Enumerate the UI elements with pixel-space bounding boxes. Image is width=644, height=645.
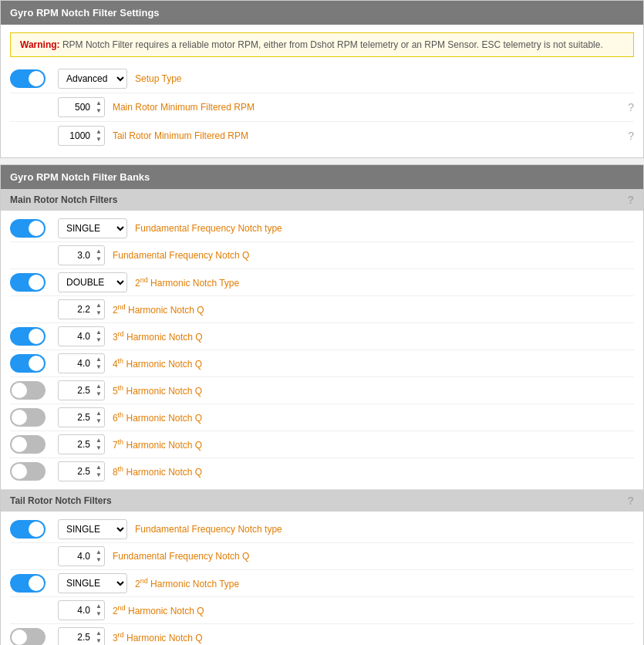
- tail-rotor-row5-up[interactable]: ▲: [93, 630, 104, 637]
- warning-text: RPM Notch Filter requires a reliable mot…: [62, 39, 603, 50]
- main-rotor-row9-input-wrap: ▲▼: [58, 434, 105, 454]
- tail-rotor-subheader: Tail Rotor Notch Filters ?: [1, 490, 643, 512]
- tail-rotor-row4-input-wrap: ▲▼: [58, 600, 105, 620]
- tail-rotor-row4-down[interactable]: ▼: [93, 610, 104, 618]
- tail-rotor-rpm-label: Tail Rotor Minimum Filtered RPM: [113, 130, 628, 141]
- tail-rotor-row3-select[interactable]: SINGLEDOUBLETRIPLE: [58, 573, 127, 593]
- tail-rotor-rpm-down[interactable]: ▼: [93, 136, 104, 144]
- main-rotor-row2-label: Fundamental Frequency Notch Q: [113, 250, 634, 261]
- main-rotor-row7-input[interactable]: [59, 383, 93, 397]
- filter-banks-panel: Gyro RPM Notch Filter Banks Main Rotor N…: [0, 164, 644, 645]
- main-rotor-row3-select[interactable]: SINGLEDOUBLETRIPLE: [58, 272, 127, 292]
- gyro-settings-body: Warning: RPM Notch Filter requires a rel…: [1, 25, 643, 157]
- gyro-settings-title: Gyro RPM Notch Filter Settings: [10, 7, 160, 19]
- setup-toggle[interactable]: [10, 69, 46, 88]
- tail-rotor-row5-label: 3rd Harmonic Notch Q: [113, 631, 634, 643]
- main-rotor-row7-toggle[interactable]: [10, 381, 46, 400]
- main-rotor-section-help-icon[interactable]: ?: [627, 194, 634, 206]
- tail-rotor-row5-toggle[interactable]: [10, 628, 46, 645]
- main-rotor-row4-down[interactable]: ▼: [93, 309, 104, 317]
- main-rotor-row8-toggle[interactable]: [10, 408, 46, 427]
- main-rotor-row8-up[interactable]: ▲: [93, 410, 104, 417]
- main-rotor-row7-down[interactable]: ▼: [93, 390, 104, 398]
- main-rotor-row1-label: Fundamental Frequency Notch type: [135, 223, 634, 234]
- main-rotor-row10-toggle[interactable]: [10, 462, 46, 481]
- tail-rotor-row5-down[interactable]: ▼: [93, 637, 104, 645]
- main-rotor-row3-toggle[interactable]: [10, 273, 46, 292]
- tail-rotor-rpm-input[interactable]: [59, 129, 93, 143]
- main-rotor-row4-label: 2nd Harmonic Notch Q: [113, 303, 634, 316]
- main-rotor-row5-down[interactable]: ▼: [93, 336, 104, 344]
- main-rotor-row10-input[interactable]: [59, 464, 93, 478]
- table-row: SINGLEDOUBLETRIPLE Fundamental Frequency…: [10, 516, 634, 543]
- table-row: SINGLEDOUBLETRIPLE 2nd Harmonic Notch Ty…: [10, 570, 634, 597]
- main-rotor-row10-down[interactable]: ▼: [93, 471, 104, 479]
- tail-rotor-row1-toggle[interactable]: [10, 520, 46, 539]
- main-rotor-row5-toggle[interactable]: [10, 327, 46, 346]
- tail-rotor-row5-input[interactable]: [59, 630, 93, 644]
- main-rotor-row3-label: 2nd Harmonic Notch Type: [135, 276, 634, 289]
- tail-rotor-row1-select[interactable]: SINGLEDOUBLETRIPLE: [58, 519, 127, 539]
- setup-type-select[interactable]: Advanced Basic: [58, 69, 127, 89]
- tail-rotor-section: Tail Rotor Notch Filters ? SINGLEDOUBLET…: [1, 490, 643, 645]
- main-rotor-row7-up[interactable]: ▲: [93, 383, 104, 390]
- main-rotor-row6-toggle[interactable]: [10, 354, 46, 373]
- tail-rotor-row4-label: 2nd Harmonic Notch Q: [113, 604, 634, 616]
- main-rotor-row1-toggle[interactable]: [10, 219, 46, 238]
- main-rotor-row4-up[interactable]: ▲: [93, 302, 104, 309]
- main-rotor-subheader: Main Rotor Notch Filters ?: [1, 189, 643, 211]
- main-rotor-row8-input[interactable]: [59, 410, 93, 424]
- tail-rotor-rpm-help-icon[interactable]: ?: [628, 130, 634, 142]
- table-row: ▲▼ 3rd Harmonic Notch Q: [10, 624, 634, 645]
- main-rotor-rpm-down[interactable]: ▼: [93, 107, 104, 115]
- main-rotor-inner: SINGLEDOUBLETRIPLE Fundamental Frequency…: [1, 211, 643, 489]
- warning-box: Warning: RPM Notch Filter requires a rel…: [10, 32, 634, 57]
- main-rotor-row2-input[interactable]: [59, 248, 93, 262]
- main-rotor-row5-label: 3rd Harmonic Notch Q: [113, 330, 634, 343]
- main-rotor-row2-down[interactable]: ▼: [93, 255, 104, 263]
- setup-type-row: Advanced Basic Setup Type: [10, 65, 634, 93]
- setup-type-label: Setup Type: [135, 73, 634, 84]
- main-rotor-row9-up[interactable]: ▲: [93, 437, 104, 444]
- table-row: ▲▼ 5th Harmonic Notch Q: [10, 377, 634, 404]
- tail-rotor-row4-up[interactable]: ▲: [93, 603, 104, 610]
- main-rotor-rpm-up[interactable]: ▲: [93, 100, 104, 107]
- table-row: ▲▼ 6th Harmonic Notch Q: [10, 404, 634, 431]
- main-rotor-row6-up[interactable]: ▲: [93, 356, 104, 363]
- main-rotor-row9-input[interactable]: [59, 437, 93, 451]
- main-rotor-row9-down[interactable]: ▼: [93, 444, 104, 452]
- main-rotor-row5-input-wrap: ▲▼: [58, 326, 105, 346]
- tail-rotor-rpm-input-wrap: ▲ ▼: [58, 126, 105, 146]
- main-rotor-row10-input-wrap: ▲▼: [58, 461, 105, 481]
- tail-rotor-row2-input[interactable]: [59, 549, 93, 563]
- main-rotor-rpm-help-icon[interactable]: ?: [628, 101, 634, 113]
- tail-rotor-row3-toggle[interactable]: [10, 574, 46, 593]
- main-rotor-row8-down[interactable]: ▼: [93, 417, 104, 425]
- table-row: ▲▼ 4th Harmonic Notch Q: [10, 350, 634, 377]
- main-rotor-row2-up[interactable]: ▲: [93, 248, 104, 255]
- tail-rotor-row2-down[interactable]: ▼: [93, 556, 104, 564]
- filter-banks-title: Gyro RPM Notch Filter Banks: [10, 171, 150, 183]
- tail-rotor-row4-input[interactable]: [59, 603, 93, 617]
- main-rotor-section: Main Rotor Notch Filters ? SINGLEDOUBLET…: [1, 189, 643, 490]
- tail-rotor-row2-up[interactable]: ▲: [93, 549, 104, 556]
- tail-rotor-rpm-up[interactable]: ▲: [93, 128, 104, 136]
- main-rotor-row9-toggle[interactable]: [10, 435, 46, 454]
- main-rotor-row1-select[interactable]: SINGLEDOUBLETRIPLE: [58, 218, 127, 238]
- main-rotor-rpm-row: ▲ ▼ Main Rotor Minimum Filtered RPM ?: [10, 93, 634, 122]
- main-rotor-row6-down[interactable]: ▼: [93, 363, 104, 371]
- main-rotor-section-title: Main Rotor Notch Filters: [10, 194, 117, 205]
- table-row: ▲▼ 2nd Harmonic Notch Q: [10, 296, 634, 323]
- main-rotor-row6-input[interactable]: [59, 356, 93, 370]
- main-rotor-row10-up[interactable]: ▲: [93, 464, 104, 471]
- main-rotor-rpm-input[interactable]: [59, 100, 93, 114]
- main-rotor-row5-up[interactable]: ▲: [93, 329, 104, 336]
- filter-banks-header: Gyro RPM Notch Filter Banks: [1, 165, 643, 189]
- tail-rotor-rpm-row: ▲ ▼ Tail Rotor Minimum Filtered RPM ?: [10, 122, 634, 150]
- main-rotor-rpm-input-wrap: ▲ ▼: [58, 97, 105, 117]
- main-rotor-row5-input[interactable]: [59, 329, 93, 343]
- main-rotor-row6-input-wrap: ▲▼: [58, 353, 105, 373]
- gyro-settings-header: Gyro RPM Notch Filter Settings: [1, 1, 643, 25]
- tail-rotor-section-help-icon[interactable]: ?: [627, 495, 634, 507]
- main-rotor-row4-input[interactable]: [59, 302, 93, 316]
